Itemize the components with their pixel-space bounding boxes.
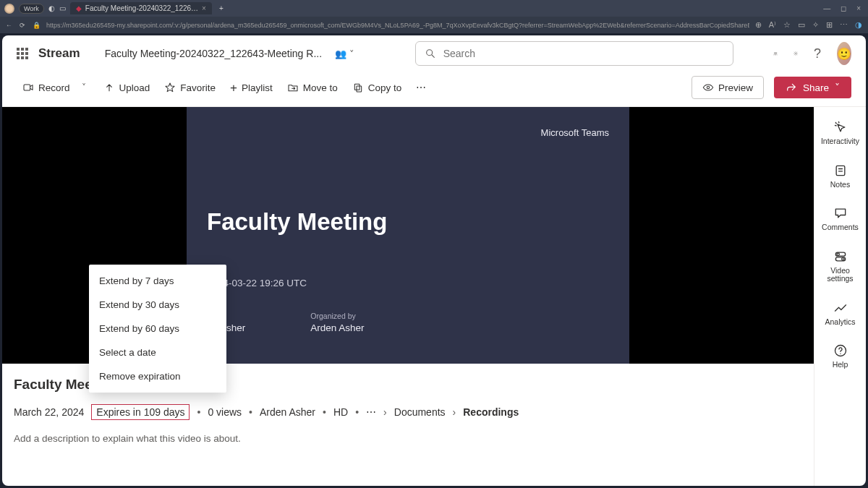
- star-icon[interactable]: ☆: [783, 20, 791, 30]
- folder-move-icon: [287, 82, 299, 93]
- expiration-context-menu: Extend by 7 days Extend by 30 days Exten…: [89, 265, 226, 393]
- rail-help[interactable]: Help: [814, 338, 866, 375]
- read-aloud-icon[interactable]: A⁾: [769, 20, 776, 30]
- close-icon[interactable]: ×: [202, 4, 206, 12]
- svg-point-3: [775, 53, 777, 54]
- search-input[interactable]: [443, 48, 724, 59]
- close-window-icon[interactable]: ×: [856, 4, 861, 12]
- svg-point-8: [707, 86, 709, 88]
- svg-point-2: [774, 53, 775, 54]
- search-icon: [425, 48, 436, 59]
- refresh-icon[interactable]: ⟳: [20, 22, 25, 29]
- move-to-button[interactable]: Move to: [281, 78, 344, 97]
- profile-icon[interactable]: [4, 4, 14, 14]
- work-profile-badge[interactable]: Work: [19, 4, 44, 14]
- slide-datetime: 2024-03-22 19:26 UTC: [207, 278, 609, 288]
- copilot-icon[interactable]: ◐: [48, 4, 55, 12]
- rail-video-settings[interactable]: Videosettings: [814, 244, 866, 289]
- menu-remove-expiration[interactable]: Remove expiration: [89, 364, 226, 388]
- preview-label: Preview: [718, 82, 753, 93]
- slide-title: Faculty Meeting: [207, 208, 609, 236]
- svg-rect-7: [357, 86, 362, 92]
- back-icon[interactable]: ←: [6, 22, 12, 29]
- meta-quality: HD: [333, 406, 348, 418]
- rail-label: Analytics: [825, 318, 855, 327]
- organized-by-label: Organized by: [310, 312, 364, 320]
- tab-title: Faculty Meeting-20240322_1226…: [85, 4, 198, 12]
- meta-more[interactable]: ⋯: [366, 406, 376, 418]
- browser-url-bar: ← ⟳ 🔒 https://m365edu265459-my.sharepoin…: [0, 17, 868, 33]
- copy-icon: [352, 82, 364, 93]
- brand-name[interactable]: Stream: [38, 46, 80, 61]
- copy-to-button[interactable]: Copy to: [346, 78, 408, 97]
- expires-chip[interactable]: Expires in 109 days: [91, 404, 190, 420]
- gear-icon[interactable]: [793, 51, 798, 56]
- letterbox-right: [629, 107, 814, 364]
- file-name[interactable]: Faculty Meeting-20240322_122643-Meeting …: [105, 48, 322, 59]
- rail-label: Videosettings: [827, 267, 853, 283]
- cursor-sparkle-icon: [833, 120, 848, 134]
- share-label: Share: [803, 82, 829, 93]
- shared-with-icon[interactable]: 👥 ˅: [335, 48, 354, 59]
- svg-rect-9: [836, 166, 845, 175]
- help-circle-icon: [833, 343, 848, 358]
- breadcrumb-recordings[interactable]: Recordings: [463, 406, 519, 418]
- maximize-icon[interactable]: ◻: [841, 4, 846, 12]
- minimize-icon[interactable]: —: [823, 4, 830, 12]
- zoom-icon[interactable]: ⊕: [755, 20, 762, 30]
- ellipsis-icon: ⋯: [416, 82, 426, 93]
- menu-extend-30[interactable]: Extend by 30 days: [89, 293, 226, 317]
- favorites-bar-icon[interactable]: ⊞: [826, 20, 833, 30]
- stream-app: Stream Faculty Meeting-20240322_122643-M…: [2, 35, 866, 486]
- share-button[interactable]: Share ˅: [774, 77, 851, 98]
- eye-icon: [702, 82, 714, 93]
- notes-icon: [833, 163, 848, 178]
- url-text[interactable]: https://m365edu265459-my.sharepoint.com/…: [46, 22, 749, 29]
- app-launcher-icon[interactable]: [17, 48, 28, 59]
- svg-line-1: [432, 55, 434, 57]
- collections-icon[interactable]: ▭: [798, 20, 805, 30]
- chevron-down-icon: ˅: [835, 82, 840, 93]
- separator-dot: •: [249, 406, 252, 418]
- new-tab-group-icon[interactable]: ▭: [59, 4, 66, 12]
- rail-interactivity[interactable]: Interactivity: [814, 114, 866, 152]
- team-icon[interactable]: [773, 51, 778, 56]
- description-placeholder[interactable]: Add a description to explain what this v…: [14, 433, 802, 444]
- browser-tab[interactable]: ◆ Faculty Meeting-20240322_1226… ×: [70, 2, 212, 14]
- upload-button[interactable]: Upload: [98, 78, 156, 97]
- rail-analytics[interactable]: Analytics: [814, 295, 866, 333]
- separator-dot: •: [197, 406, 200, 418]
- menu-extend-7[interactable]: Extend by 7 days: [89, 269, 226, 293]
- rail-label: Comments: [822, 223, 859, 232]
- copilot-sidebar-icon[interactable]: ◑: [855, 20, 862, 30]
- separator-dot: •: [323, 406, 326, 418]
- separator-dot: •: [355, 406, 359, 418]
- avatar[interactable]: 🙂: [837, 42, 851, 65]
- share-icon: [786, 82, 797, 93]
- new-tab-button[interactable]: +: [216, 4, 224, 12]
- record-chevron[interactable]: ˅: [79, 82, 89, 93]
- move-to-label: Move to: [303, 82, 338, 93]
- meta-author[interactable]: Arden Asher: [260, 406, 315, 418]
- more-icon[interactable]: ⋯: [840, 20, 848, 30]
- favorite-button[interactable]: Favorite: [158, 78, 221, 97]
- rail-notes[interactable]: Notes: [814, 158, 866, 195]
- record-icon: [22, 82, 34, 93]
- playlist-button[interactable]: + Playlist: [224, 78, 278, 98]
- rail-comments[interactable]: Comments: [814, 200, 866, 238]
- meta-views: 0 views: [208, 406, 242, 418]
- svg-rect-6: [354, 84, 359, 90]
- menu-extend-60[interactable]: Extend by 60 days: [89, 317, 226, 341]
- more-actions-button[interactable]: ⋯: [410, 78, 432, 97]
- video-slide: Microsoft Teams Faculty Meeting 2024-03-…: [187, 107, 629, 364]
- breadcrumb-documents[interactable]: Documents: [394, 406, 446, 418]
- upload-label: Upload: [119, 82, 150, 93]
- extensions-icon[interactable]: ✧: [812, 20, 819, 30]
- preview-button[interactable]: Preview: [692, 76, 764, 99]
- search-box[interactable]: [415, 41, 733, 66]
- menu-select-date[interactable]: Select a date: [89, 341, 226, 364]
- record-label: Record: [38, 82, 70, 93]
- browser-tab-strip: Work ◐ ▭ ◆ Faculty Meeting-20240322_1226…: [0, 0, 868, 17]
- help-icon[interactable]: ?: [814, 46, 821, 61]
- record-button[interactable]: Record: [17, 78, 76, 97]
